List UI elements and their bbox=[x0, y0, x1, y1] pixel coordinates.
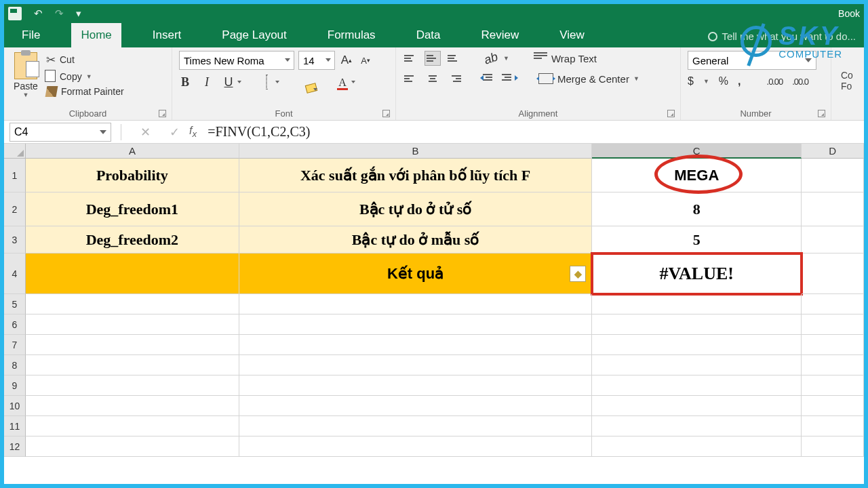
fx-icon[interactable]: fx bbox=[189, 125, 197, 139]
row-header-7[interactable]: 7 bbox=[4, 335, 26, 355]
cell-a4[interactable] bbox=[26, 253, 239, 294]
cell-c12[interactable] bbox=[592, 436, 802, 457]
decrease-decimal-button[interactable]: .00 .0 bbox=[792, 77, 808, 87]
cell-b10[interactable] bbox=[239, 396, 592, 416]
tab-formulas[interactable]: Formulas bbox=[318, 23, 385, 47]
cell-d7[interactable] bbox=[802, 335, 864, 355]
row-header-9[interactable]: 9 bbox=[4, 375, 26, 396]
cell-c9[interactable] bbox=[592, 375, 802, 396]
qat-more-button[interactable]: ▾ bbox=[76, 7, 81, 20]
format-painter-button[interactable]: Format Painter bbox=[46, 86, 124, 97]
decrease-indent-button[interactable] bbox=[483, 72, 496, 85]
percent-button[interactable]: % bbox=[719, 75, 728, 87]
row-header-4[interactable]: 4 bbox=[4, 253, 26, 294]
cell-d6[interactable] bbox=[802, 314, 864, 335]
col-header-b[interactable]: B bbox=[239, 144, 592, 159]
tab-home[interactable]: Home bbox=[71, 23, 121, 47]
align-center-button[interactable] bbox=[425, 71, 441, 86]
cell-b5[interactable] bbox=[239, 294, 592, 314]
undo-button[interactable]: ↶ bbox=[34, 7, 43, 20]
row-header-6[interactable]: 6 bbox=[4, 314, 26, 335]
cell-a1[interactable]: Probability bbox=[26, 159, 239, 192]
cell-a8[interactable] bbox=[26, 355, 239, 375]
increase-decimal-button[interactable]: .0 .00 bbox=[767, 77, 783, 87]
cell-a10[interactable] bbox=[26, 396, 239, 416]
cell-d10[interactable] bbox=[802, 396, 864, 416]
row-header-11[interactable]: 11 bbox=[4, 416, 26, 436]
cell-d1[interactable] bbox=[802, 159, 864, 192]
bold-button[interactable]: B bbox=[179, 75, 191, 89]
cell-a6[interactable] bbox=[26, 314, 239, 335]
cut-button[interactable]: ✂Cut bbox=[46, 53, 124, 67]
name-box[interactable]: C4 bbox=[9, 123, 111, 142]
cell-a9[interactable] bbox=[26, 375, 239, 396]
grow-font-button[interactable]: A▴ bbox=[339, 52, 354, 69]
cell-d3[interactable] bbox=[802, 226, 864, 253]
tab-insert[interactable]: Insert bbox=[143, 23, 191, 47]
cell-a11[interactable] bbox=[26, 416, 239, 436]
cell-b8[interactable] bbox=[239, 355, 592, 375]
cell-b1[interactable]: Xác suất gắn với phân bố lũy tích F bbox=[239, 159, 592, 192]
cell-d8[interactable] bbox=[802, 355, 864, 375]
cell-a7[interactable] bbox=[26, 335, 239, 355]
currency-button[interactable]: $ bbox=[688, 75, 694, 87]
enter-button[interactable]: ✓ bbox=[170, 125, 180, 140]
cell-d2[interactable] bbox=[802, 192, 864, 226]
cell-c5[interactable] bbox=[592, 294, 802, 314]
cell-d11[interactable] bbox=[802, 416, 864, 436]
orientation-button[interactable]: ab bbox=[482, 49, 500, 68]
row-header-2[interactable]: 2 bbox=[4, 192, 26, 226]
tab-review[interactable]: Review bbox=[472, 23, 529, 47]
cell-b7[interactable] bbox=[239, 335, 592, 355]
tab-view[interactable]: View bbox=[550, 23, 594, 47]
font-family-select[interactable]: Times New Roma bbox=[179, 51, 294, 70]
font-size-select[interactable]: 14 bbox=[298, 51, 335, 70]
increase-indent-button[interactable] bbox=[502, 72, 515, 85]
cell-c6[interactable] bbox=[592, 314, 802, 335]
align-left-button[interactable] bbox=[403, 71, 419, 86]
align-bottom-button[interactable] bbox=[446, 51, 462, 66]
wrap-text-button[interactable]: Wrap Text bbox=[534, 52, 597, 64]
col-header-d[interactable]: D bbox=[802, 144, 864, 159]
align-top-button[interactable] bbox=[403, 51, 419, 66]
cancel-button[interactable]: ✕ bbox=[140, 125, 151, 140]
underline-button[interactable]: U bbox=[222, 75, 235, 89]
cell-a3[interactable]: Deg_freedom2 bbox=[26, 226, 239, 253]
cell-c11[interactable] bbox=[592, 416, 802, 436]
cell-a5[interactable] bbox=[26, 294, 239, 314]
cell-d9[interactable] bbox=[802, 375, 864, 396]
merge-center-button[interactable]: Merge & Center▼ bbox=[538, 73, 639, 85]
worksheet-grid[interactable]: A B C D 1 Probability Xác suất gắn với p… bbox=[4, 144, 864, 457]
cell-b6[interactable] bbox=[239, 314, 592, 335]
cell-b11[interactable] bbox=[239, 416, 592, 436]
paste-button[interactable]: Paste ▼ bbox=[11, 51, 41, 98]
cell-d12[interactable] bbox=[802, 436, 864, 457]
align-middle-button[interactable] bbox=[425, 51, 441, 66]
border-button[interactable] bbox=[260, 75, 273, 89]
cell-d4[interactable] bbox=[802, 253, 864, 294]
dialog-launcher-icon[interactable] bbox=[159, 110, 166, 117]
tab-file[interactable]: File bbox=[12, 23, 50, 47]
dialog-launcher-icon[interactable] bbox=[667, 110, 675, 117]
cell-c1[interactable]: MEGA bbox=[592, 159, 802, 192]
tab-page-layout[interactable]: Page Layout bbox=[212, 23, 296, 47]
save-icon[interactable] bbox=[8, 7, 22, 20]
cell-b12[interactable] bbox=[239, 436, 592, 457]
row-header-3[interactable]: 3 bbox=[4, 226, 26, 253]
select-all-corner[interactable] bbox=[4, 144, 26, 159]
cell-d5[interactable] bbox=[802, 294, 864, 314]
cell-a2[interactable]: Deg_freedom1 bbox=[26, 192, 239, 226]
cell-c7[interactable] bbox=[592, 335, 802, 355]
cell-b4[interactable]: Kết quả bbox=[239, 253, 592, 294]
row-header-12[interactable]: 12 bbox=[4, 436, 26, 457]
cell-a12[interactable] bbox=[26, 436, 239, 457]
row-header-10[interactable]: 10 bbox=[4, 396, 26, 416]
tab-data[interactable]: Data bbox=[407, 23, 450, 47]
cell-c4[interactable]: #VALUE! bbox=[592, 253, 802, 294]
cell-b2[interactable]: Bậc tự do ở tử số bbox=[239, 192, 592, 226]
cell-b3[interactable]: Bậc tự do ở mẫu số bbox=[239, 226, 592, 253]
cell-c2[interactable]: 8 bbox=[592, 192, 802, 226]
shrink-font-button[interactable]: A▾ bbox=[358, 52, 373, 69]
dialog-launcher-icon[interactable] bbox=[818, 110, 825, 117]
col-header-c[interactable]: C bbox=[592, 144, 802, 159]
